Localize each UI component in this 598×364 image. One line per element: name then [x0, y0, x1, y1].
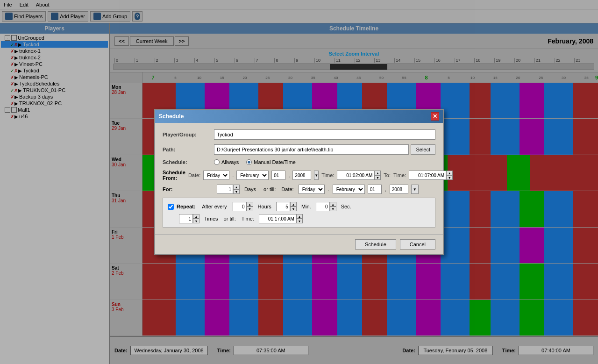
min-up-button[interactable]: ▲ — [290, 202, 297, 207]
to-time-up-button[interactable]: ▲ — [446, 171, 453, 175]
times-up-button[interactable]: ▲ — [193, 214, 199, 219]
from-time-up-button[interactable]: ▲ — [374, 171, 381, 175]
to-time-label: Time: — [393, 172, 406, 178]
time2-label: Time: — [242, 216, 254, 221]
allways-radio[interactable]: Allways — [214, 159, 239, 165]
path-input[interactable] — [214, 144, 409, 155]
schedule-type-row: Schedule: Allways Manual Date/Time — [163, 159, 435, 165]
sec-input[interactable] — [316, 202, 330, 211]
or-till2-label: or till: — [224, 216, 236, 221]
cancel-button[interactable]: Cancel — [400, 239, 435, 250]
modal-buttons: Schedule Cancel — [155, 234, 443, 254]
from-time-input[interactable] — [337, 171, 374, 180]
min-spinbox: ▲ ▼ — [276, 202, 297, 211]
schedule-label: Schedule: — [163, 159, 214, 165]
till-date-dropdown-arrow[interactable]: ▼ — [411, 185, 419, 194]
to-label: To: — [384, 172, 391, 178]
to-time-input[interactable] — [409, 171, 446, 180]
to-time-spinbox: ▲ ▼ — [409, 171, 453, 180]
for-unit-label: Days — [244, 186, 256, 192]
sec-label: Sec. — [341, 204, 351, 209]
player-group-input[interactable] — [214, 129, 435, 140]
sec-spin-buttons: ▲ ▼ — [330, 202, 336, 211]
sec-down-button[interactable]: ▼ — [330, 207, 336, 211]
for-spin-buttons: ▲ ▼ — [233, 185, 240, 194]
time2-up-button[interactable]: ▲ — [296, 214, 303, 219]
from-time-spinbox: ▲ ▼ — [337, 171, 381, 180]
times-down-button[interactable]: ▼ — [193, 219, 199, 223]
min-label: Min. — [301, 204, 311, 209]
repeat-section: Repeat: After every ▲ ▼ Hours ▲ — [163, 198, 435, 228]
manual-radio[interactable]: Manual Date/Time — [246, 159, 295, 165]
till-month-select[interactable]: February — [333, 185, 365, 194]
sec-up-button[interactable]: ▲ — [330, 202, 336, 207]
repeat-checkbox[interactable] — [168, 204, 174, 210]
times-label: Times — [204, 216, 218, 221]
to-time-spin-buttons: ▲ ▼ — [446, 171, 453, 180]
modal-close-button[interactable]: ✕ — [431, 112, 439, 121]
till-year-input[interactable] — [390, 185, 408, 194]
till-date-input[interactable] — [368, 185, 382, 194]
repeat-row-2: ▲ ▼ Times or till: Time: ▲ ▼ — [168, 214, 430, 223]
modal-overlay: Schedule ✕ Player/Group: Path: Select Sc… — [0, 0, 598, 364]
from-date-input[interactable] — [271, 171, 285, 180]
for-label: For: — [163, 186, 214, 192]
for-down-button[interactable]: ▼ — [233, 189, 240, 194]
hours-spin-buttons: ▲ ▼ — [247, 202, 253, 211]
time2-down-button[interactable]: ▼ — [296, 219, 303, 223]
modal-titlebar: Schedule ✕ — [155, 110, 443, 123]
schedule-modal: Schedule ✕ Player/Group: Path: Select Sc… — [154, 109, 444, 255]
hours-input[interactable] — [233, 202, 247, 211]
date-dropdown-arrow[interactable]: ▼ — [314, 171, 319, 180]
repeat-label: Repeat: — [177, 204, 195, 209]
hours-label: Hours — [258, 204, 271, 209]
time2-spin-buttons: ▲ ▼ — [296, 214, 303, 223]
player-group-row: Player/Group: — [163, 129, 435, 140]
for-value-input[interactable] — [217, 185, 233, 194]
time2-input[interactable] — [259, 214, 296, 223]
for-up-button[interactable]: ▲ — [233, 185, 240, 189]
from-year-input[interactable] — [292, 171, 311, 180]
from-time-spin-buttons: ▲ ▼ — [374, 171, 381, 180]
till-date-label: Date: — [281, 186, 293, 192]
hours-down-button[interactable]: ▼ — [247, 207, 253, 211]
allways-radio-label: Allways — [221, 159, 239, 165]
or-till-label: or till: — [263, 186, 276, 192]
for-row: For: ▲ ▼ Days or till: Date: Friday . Fe… — [163, 185, 435, 194]
schedule-button[interactable]: Schedule — [355, 239, 396, 250]
times-input[interactable] — [179, 214, 193, 223]
date-label: Date: — [188, 172, 200, 178]
times-spin-buttons: ▲ ▼ — [193, 214, 199, 223]
from-time-down-button[interactable]: ▼ — [374, 175, 381, 180]
times-spinbox: ▲ ▼ — [179, 214, 199, 223]
schedule-radio-group: Allways Manual Date/Time — [214, 159, 296, 165]
player-group-label: Player/Group: — [163, 132, 214, 137]
path-row: Path: Select — [163, 144, 435, 155]
hours-up-button[interactable]: ▲ — [247, 202, 253, 207]
min-down-button[interactable]: ▼ — [290, 207, 297, 211]
time-label: Time: — [321, 172, 334, 178]
after-every-label: After every — [202, 204, 227, 209]
from-day-select[interactable]: Friday — [203, 171, 229, 180]
sec-spinbox: ▲ ▼ — [316, 202, 336, 211]
select-button[interactable]: Select — [411, 144, 435, 155]
allways-radio-circle[interactable] — [214, 159, 220, 165]
min-input[interactable] — [276, 202, 290, 211]
manual-radio-label: Manual Date/Time — [254, 159, 295, 165]
manual-radio-circle[interactable] — [246, 159, 252, 165]
till-day-select[interactable]: Friday — [299, 185, 325, 194]
from-month-select[interactable]: February — [236, 171, 269, 180]
modal-body: Player/Group: Path: Select Schedule: All… — [155, 123, 443, 234]
time2-spinbox: ▲ ▼ — [259, 214, 303, 223]
modal-title: Schedule — [159, 113, 184, 120]
schedule-from-label: Schedule From: — [163, 170, 185, 181]
min-spin-buttons: ▲ ▼ — [290, 202, 297, 211]
schedule-from-row: Schedule From: Date: Friday . February ,… — [163, 170, 435, 181]
for-spinbox: ▲ ▼ — [217, 185, 240, 194]
repeat-row-1: Repeat: After every ▲ ▼ Hours ▲ — [168, 202, 430, 211]
to-time-down-button[interactable]: ▼ — [446, 175, 453, 180]
hours-spinbox: ▲ ▼ — [233, 202, 253, 211]
path-label: Path: — [163, 147, 214, 152]
